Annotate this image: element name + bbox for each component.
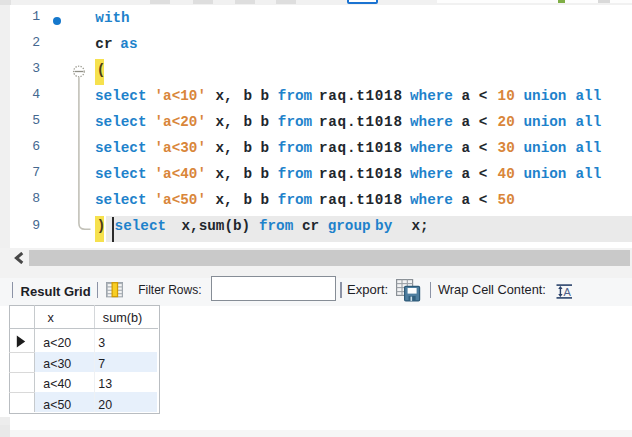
svg-text:A: A (563, 285, 571, 297)
